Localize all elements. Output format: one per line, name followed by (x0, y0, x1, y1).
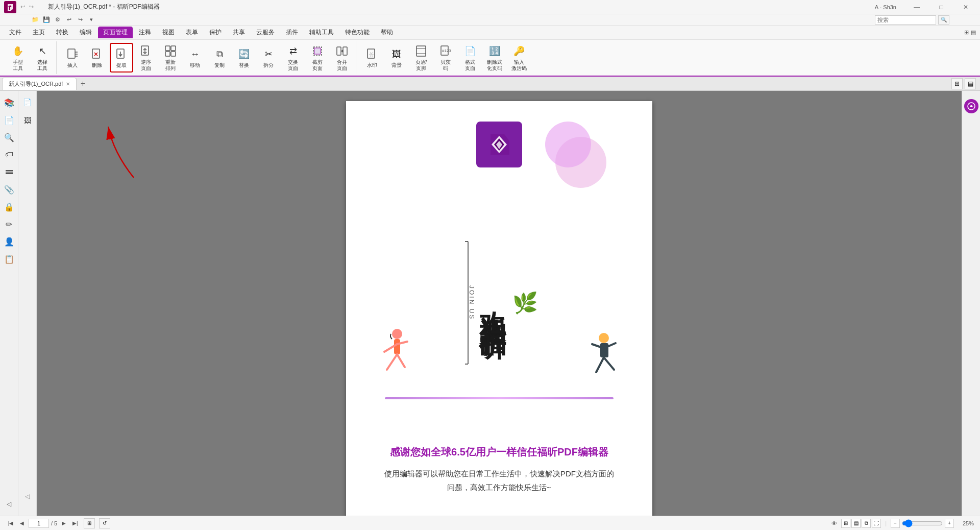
sidebar-collapse-icon[interactable]: ◁ (2, 496, 17, 512)
close-button[interactable]: ✕ (955, 2, 976, 13)
menu-cloud[interactable]: 云服务 (251, 27, 280, 38)
pdf-content: JOIN US 欢迎来到福昕 🌿 (346, 101, 652, 516)
menu-view[interactable]: 视图 (157, 27, 180, 38)
move-icon: ↔ (188, 47, 202, 61)
zoom-in-button[interactable]: + (945, 519, 954, 528)
move-button[interactable]: ↔ 移动 (183, 43, 207, 73)
menu-home[interactable]: 主页 (28, 27, 50, 38)
pdf-page: JOIN US 欢迎来到福昕 🌿 (346, 101, 652, 516)
sidebar-tags-icon[interactable]: 🏷 (2, 147, 17, 162)
sidebar-sign-icon[interactable]: ✏ (2, 216, 17, 232)
insert-button[interactable]: 插入 (61, 43, 84, 73)
header-footer-button[interactable]: 页眉/页脚 (409, 43, 433, 73)
qa-save-button[interactable]: 💾 (42, 15, 51, 25)
qa-undo-button[interactable]: ↩ (64, 15, 74, 25)
search-input[interactable] (875, 15, 936, 25)
minimize-button[interactable]: — (906, 2, 927, 13)
format-button[interactable]: 📄 格式页面 (458, 43, 482, 73)
svg-rect-44 (600, 343, 608, 357)
split-button[interactable]: ✂ 拆分 (257, 43, 280, 73)
page-panel-icon-1[interactable]: 📄 (20, 95, 35, 109)
menu-plugin[interactable]: 插件 (281, 27, 303, 38)
menu-protect[interactable]: 保护 (204, 27, 227, 38)
menu-file[interactable]: 文件 (4, 27, 27, 38)
page-panel-collapse[interactable]: ◁ (23, 481, 32, 512)
sidebar-search-icon[interactable]: 🔍 (2, 130, 17, 145)
page-number-input[interactable] (29, 519, 49, 528)
select-tool-label: 选择工具 (37, 59, 47, 71)
bates-button[interactable]: #123 贝茨码 (434, 43, 457, 73)
ai-assistant-button[interactable] (964, 99, 978, 113)
delete-label: 删除 (92, 62, 102, 68)
qa-dropdown-button[interactable]: ▾ (87, 15, 96, 25)
rotate-button[interactable]: ↺ (99, 518, 110, 528)
move-label: 移动 (190, 62, 200, 68)
extract-label: 提取 (116, 62, 127, 68)
first-page-button[interactable]: |◀ (6, 519, 15, 528)
swap-button[interactable]: ⇄ 交换页面 (281, 43, 305, 73)
tab-add-button[interactable]: + (78, 79, 88, 89)
copy-button[interactable]: ⧉ 复制 (208, 43, 231, 73)
eye-icon: 👁 (831, 520, 837, 526)
crop-button[interactable]: 截剪页面 (306, 43, 329, 73)
maximize-button[interactable]: □ (931, 2, 951, 13)
page-panel-icon-2[interactable]: 🖼 (20, 113, 35, 128)
menu-form[interactable]: 表单 (181, 27, 203, 38)
qa-refresh-button[interactable]: ⚙ (53, 15, 62, 25)
sidebar-notes-icon[interactable]: 📋 (2, 251, 17, 267)
prev-page-button[interactable]: ◀ (17, 519, 27, 528)
select-tool-button[interactable]: ↖ 选择工具 (31, 43, 54, 73)
thumbnail-view-button[interactable]: ⊞ (84, 518, 95, 528)
sidebar-bookmark-icon[interactable]: 📚 (2, 95, 17, 110)
watermark-button[interactable]: 水 水印 (360, 43, 384, 73)
sidebar-pages-icon[interactable]: 📄 (2, 112, 17, 128)
tab-current[interactable]: 新人引导(1)_OCR.pdf ✕ (2, 78, 77, 90)
sidebar-attach-icon[interactable]: 📎 (2, 182, 17, 197)
menu-share[interactable]: 共享 (228, 27, 250, 38)
replace-button[interactable]: 🔄 替换 (232, 43, 256, 73)
header-footer-icon (414, 44, 428, 58)
layout-icon-1: ⊞ (964, 29, 969, 36)
merge-button[interactable]: 合并页面 (330, 43, 354, 73)
sidebar-security-icon[interactable]: 🔒 (2, 199, 17, 214)
search-button[interactable]: 🔍 (938, 15, 949, 25)
layout-icon-2: ▤ (971, 29, 976, 36)
format-label: 格式页面 (465, 59, 475, 71)
pdf-viewer[interactable]: JOIN US 欢迎来到福昕 🌿 (37, 91, 962, 516)
qa-open-button[interactable]: 📁 (31, 15, 40, 25)
zoom-slider[interactable] (902, 519, 943, 527)
fullscreen-button[interactable]: ⛶ (872, 519, 881, 528)
list-view-button[interactable]: ▤ (851, 519, 861, 528)
menu-edit[interactable]: 编辑 (75, 27, 97, 38)
split-view-button[interactable]: ⧉ (862, 519, 871, 528)
tab-close-button[interactable]: ✕ (66, 81, 70, 87)
next-page-button[interactable]: ▶ (59, 519, 68, 528)
sidebar-user-icon[interactable]: 👤 (2, 234, 17, 249)
menu-convert[interactable]: 转换 (51, 27, 74, 38)
page-code-button[interactable]: 🔢 删除式化页码 (483, 43, 506, 73)
left-sidebar: 📚 📄 🔍 🏷 📎 🔒 ✏ 👤 📋 ◁ (0, 91, 18, 516)
reverse-button[interactable]: 逆序页面 (134, 43, 158, 73)
crop-label: 截剪页面 (312, 59, 323, 71)
zoom-out-button[interactable]: − (891, 519, 900, 528)
last-page-button[interactable]: ▶| (70, 519, 80, 528)
grid-view-button[interactable]: ⊞ (841, 519, 850, 528)
tab-view-grid[interactable]: ⊞ (951, 78, 963, 89)
menu-special[interactable]: 特色功能 (340, 27, 375, 38)
tab-view-list[interactable]: ▤ (965, 78, 976, 89)
reorder-button[interactable]: 重新排列 (159, 43, 182, 73)
app-logo-icon (4, 1, 16, 13)
menu-assist[interactable]: 辅助工具 (304, 27, 339, 38)
delete-button[interactable]: 删除 (85, 43, 109, 73)
join-us-bracket: JOIN US (458, 236, 475, 369)
menu-help[interactable]: 帮助 (376, 27, 398, 38)
menu-annotate[interactable]: 注释 (134, 27, 156, 38)
hand-tool-button[interactable]: ✋ 手型工具 (6, 43, 30, 73)
extract-button[interactable]: 提取 (110, 43, 133, 73)
menu-page-manage[interactable]: 页面管理 (98, 27, 133, 38)
activation-button[interactable]: 🔑 输入激活码 (507, 43, 531, 73)
sidebar-layers-icon[interactable] (2, 164, 17, 180)
qa-redo-button[interactable]: ↪ (76, 15, 85, 25)
reorder-icon (163, 44, 178, 58)
background-button[interactable]: 🖼 背景 (385, 43, 408, 73)
